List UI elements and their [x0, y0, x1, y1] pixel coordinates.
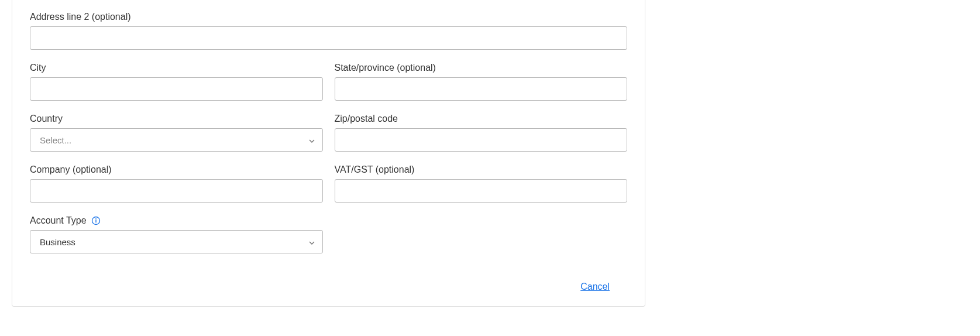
label-text: State/province (optional) — [335, 63, 436, 73]
account-type-label: Account Type — [30, 215, 323, 226]
cancel-button[interactable]: Cancel — [580, 282, 610, 292]
svg-point-1 — [95, 218, 97, 220]
state-input[interactable] — [335, 77, 628, 101]
address2-label: Address line 2 (optional) — [30, 12, 627, 22]
company-input[interactable] — [30, 179, 323, 203]
label-text: City — [30, 63, 46, 73]
account-type-select-value: Business — [30, 230, 323, 253]
zip-input[interactable] — [335, 128, 628, 152]
svg-rect-2 — [95, 220, 96, 223]
label-text: Address line 2 (optional) — [30, 12, 131, 22]
label-text: Account Type — [30, 215, 87, 226]
company-label: Company (optional) — [30, 164, 323, 175]
country-select[interactable]: Select... — [30, 128, 323, 152]
account-type-select[interactable]: Business — [30, 230, 323, 253]
country-select-value: Select... — [30, 128, 323, 152]
label-text: Country — [30, 114, 63, 124]
vat-label: VAT/GST (optional) — [335, 164, 628, 175]
state-label: State/province (optional) — [335, 63, 628, 73]
city-input[interactable] — [30, 77, 323, 101]
city-label: City — [30, 63, 323, 73]
label-text: VAT/GST (optional) — [335, 164, 415, 175]
vat-input[interactable] — [335, 179, 628, 203]
label-text: Zip/postal code — [335, 114, 398, 124]
info-icon[interactable] — [91, 216, 101, 225]
address2-input[interactable] — [30, 26, 627, 50]
label-text: Company (optional) — [30, 164, 112, 175]
address-form-panel: Address line 2 (optional) City State/pro… — [12, 0, 645, 307]
country-label: Country — [30, 114, 323, 124]
zip-label: Zip/postal code — [335, 114, 628, 124]
